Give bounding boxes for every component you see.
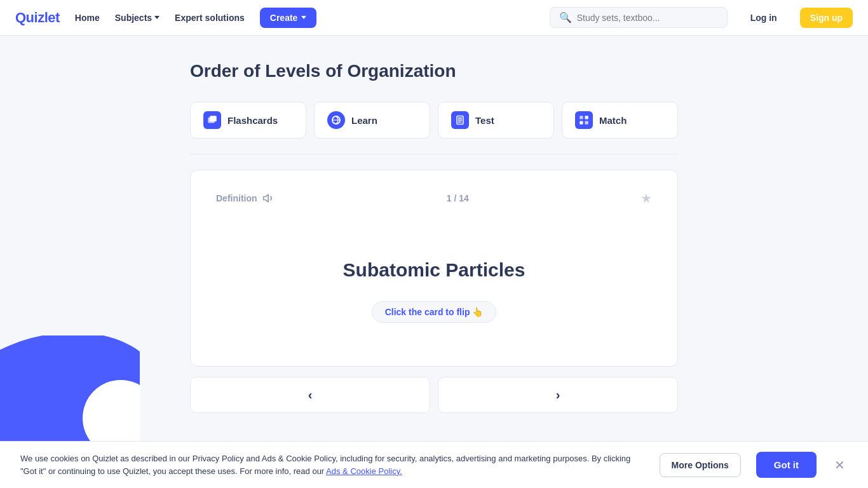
svg-point-12 — [0, 336, 140, 450]
main-content: Order of Levels of Organization Flashcar… — [180, 36, 688, 464]
cookie-banner: We use cookies on Quizlet as described i… — [0, 441, 868, 464]
prev-card-button[interactable]: ‹ — [190, 377, 430, 413]
learn-mode-button[interactable]: Learn — [314, 102, 430, 139]
nav-home[interactable]: Home — [75, 13, 100, 23]
create-chevron-icon — [301, 16, 306, 19]
flashcards-icon — [203, 111, 221, 129]
nav-subjects[interactable]: Subjects — [115, 13, 159, 23]
create-button[interactable]: Create — [260, 8, 317, 28]
got-it-button[interactable]: Got it — [756, 452, 817, 464]
card-term: Subatomic Particles — [343, 259, 526, 281]
close-cookie-button[interactable]: ✕ — [832, 455, 848, 464]
cookie-text: We use cookies on Quizlet as described i… — [20, 452, 644, 464]
card-meta: Definition 1 / 14 ★ — [216, 191, 652, 206]
flip-hint[interactable]: Click the card to flip 👆 — [372, 301, 497, 323]
favorite-star-icon[interactable]: ★ — [641, 191, 652, 206]
chevron-down-icon — [154, 16, 159, 19]
flip-hand-icon: 👆 — [472, 307, 483, 317]
svg-rect-9 — [585, 116, 588, 119]
match-mode-button[interactable]: Match — [562, 102, 678, 139]
search-input[interactable] — [577, 13, 718, 23]
svg-rect-1 — [210, 116, 217, 121]
more-options-button[interactable]: More Options — [660, 453, 741, 464]
flashcard[interactable]: Definition 1 / 14 ★ Subatomic Particles … — [190, 170, 678, 367]
test-mode-button[interactable]: Test — [438, 102, 554, 139]
navbar: Quizlet Home Subjects Expert solutions C… — [0, 0, 868, 36]
nav-expert-solutions[interactable]: Expert solutions — [175, 13, 245, 23]
search-bar[interactable]: 🔍 — [550, 7, 728, 28]
quizlet-blob-decoration — [0, 336, 140, 450]
page-title: Order of Levels of Organization — [190, 61, 678, 81]
quizlet-logo[interactable]: Quizlet — [15, 10, 60, 26]
section-divider — [190, 154, 678, 154]
flashcards-mode-button[interactable]: Flashcards — [190, 102, 306, 139]
audio-icon[interactable] — [262, 192, 275, 205]
next-card-button[interactable]: › — [438, 377, 678, 413]
study-modes: Flashcards Learn — [190, 102, 678, 139]
card-navigation: ‹ › — [190, 377, 678, 413]
svg-rect-10 — [580, 121, 583, 125]
card-counter: 1 / 14 — [447, 193, 469, 203]
signup-button[interactable]: Sign up — [800, 8, 853, 28]
test-icon — [451, 111, 469, 129]
learn-icon — [327, 111, 345, 129]
svg-rect-11 — [585, 121, 588, 125]
card-definition-label: Definition — [216, 192, 275, 205]
card-content[interactable]: Subatomic Particles Click the card to fl… — [216, 221, 652, 348]
svg-rect-8 — [580, 116, 583, 119]
match-icon — [575, 111, 593, 129]
svg-point-13 — [83, 380, 140, 450]
search-icon: 🔍 — [559, 11, 572, 24]
login-button[interactable]: Log in — [743, 8, 785, 28]
